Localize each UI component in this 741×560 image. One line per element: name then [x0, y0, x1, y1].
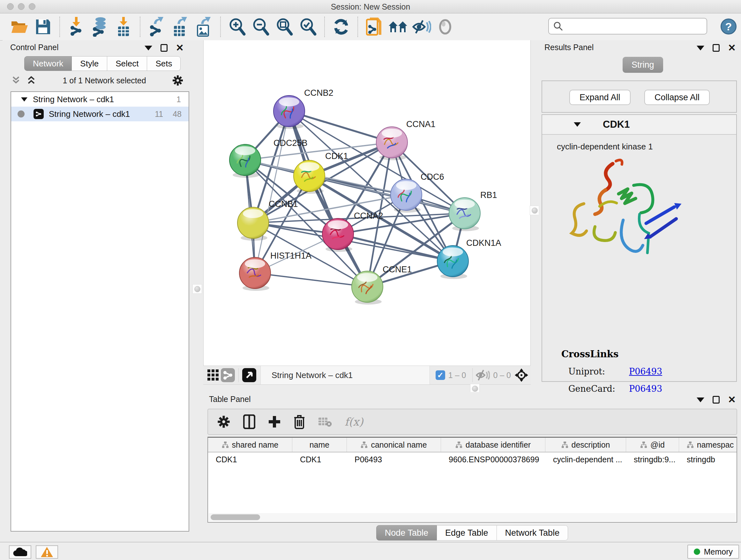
- zoom-in-icon[interactable]: [227, 17, 247, 37]
- refresh-icon[interactable]: [331, 17, 351, 37]
- network-share-icon[interactable]: [220, 368, 235, 382]
- network-collection-row[interactable]: String Network – cdk1 1: [11, 92, 189, 107]
- export-image-icon[interactable]: [194, 17, 214, 37]
- import-table-icon[interactable]: [114, 17, 133, 37]
- selected-checkbox-icon[interactable]: ✓: [435, 370, 445, 380]
- panel-close-icon[interactable]: ✕: [728, 396, 736, 403]
- share-network-file-icon[interactable]: [364, 17, 384, 37]
- open-session-icon[interactable]: [10, 17, 29, 37]
- warnings-button[interactable]: [36, 545, 58, 559]
- network-edge[interactable]: [255, 111, 289, 273]
- network-node-cdkn1a[interactable]: CDKN1A: [437, 238, 501, 279]
- import-network-database-icon[interactable]: [90, 17, 110, 37]
- tab-style[interactable]: Style: [72, 56, 107, 71]
- crosslink-row: Uniprot:P06493: [568, 367, 734, 376]
- column-header-database-identifier[interactable]: database identifier: [441, 438, 545, 452]
- network-node-hist1h1a[interactable]: HIST1H1A: [239, 251, 312, 291]
- panel-close-icon[interactable]: ✕: [728, 44, 736, 52]
- network-node-ccnb1[interactable]: CCNB1: [238, 199, 298, 241]
- network-node-rb1[interactable]: RB1: [449, 190, 497, 231]
- splitter-collapse-handle[interactable]: [192, 284, 202, 294]
- tab-edge-table[interactable]: Edge Table: [437, 525, 497, 541]
- tab-select[interactable]: Select: [107, 56, 147, 71]
- panel-float-icon[interactable]: [160, 44, 167, 52]
- panel-menu-icon[interactable]: [145, 46, 152, 51]
- table-row[interactable]: CDK1CDK1P064939606.ENSP00000378699cyclin…: [208, 452, 737, 466]
- collection-expand-icon[interactable]: [20, 96, 28, 103]
- panel-menu-icon[interactable]: [697, 397, 704, 402]
- collapse-all-icon[interactable]: [10, 76, 21, 85]
- string-network-graph[interactable]: CCNB2CCNA1CDC25BCDK1CDC6RB1CCNB1CCNA2CDK…: [204, 40, 530, 365]
- protein-structure-image: [562, 154, 690, 278]
- table-cell[interactable]: CDK1: [208, 455, 292, 464]
- network-node-ccna1[interactable]: CCNA1: [376, 119, 435, 160]
- column-header-shared-name[interactable]: shared name: [208, 438, 292, 452]
- splitter-collapse-handle[interactable]: [530, 206, 539, 215]
- expand-all-icon[interactable]: [26, 76, 37, 85]
- tab-node-table[interactable]: Node Table: [376, 525, 437, 541]
- detach-view-icon[interactable]: [242, 368, 257, 382]
- birds-eye-view-icon[interactable]: [206, 368, 220, 382]
- column-label: database identifier: [466, 440, 531, 449]
- network-node-ccne1[interactable]: CCNE1: [352, 265, 412, 305]
- eye-icon[interactable]: [435, 17, 455, 37]
- add-column-plus-icon[interactable]: [268, 415, 281, 428]
- network-canvas[interactable]: CCNB2CCNA1CDC25BCDK1CDC6RB1CCNB1CCNA2CDK…: [203, 40, 531, 366]
- cloud-status-button[interactable]: [9, 545, 31, 559]
- search-input[interactable]: [563, 22, 706, 30]
- network-edge[interactable]: [255, 273, 367, 287]
- panel-close-icon[interactable]: ✕: [176, 44, 184, 52]
- network-edge[interactable]: [338, 234, 453, 261]
- node-section-header[interactable]: CDK1: [542, 115, 736, 135]
- tab-network-table[interactable]: Network Table: [497, 525, 568, 541]
- fit-selected-crosshair-icon[interactable]: [514, 368, 529, 382]
- import-network-file-icon[interactable]: [66, 17, 86, 37]
- table-settings-gear-icon[interactable]: [217, 415, 230, 428]
- table-cell[interactable]: 9606.ENSP00000378699: [441, 455, 545, 464]
- column-header-name[interactable]: name: [292, 438, 347, 452]
- help-button[interactable]: ?: [721, 18, 737, 35]
- expand-all-button[interactable]: Expand All: [569, 90, 630, 105]
- delete-column-trash-icon[interactable]: [293, 415, 305, 429]
- network-node-ccnb2[interactable]: CCNB2: [273, 88, 333, 129]
- crosslink-link[interactable]: P06493: [629, 367, 662, 376]
- zoom-selected-icon[interactable]: [298, 17, 318, 37]
- network-edge[interactable]: [289, 111, 392, 142]
- table-cell[interactable]: stringdb:9...: [626, 455, 679, 464]
- export-table-icon[interactable]: [171, 17, 190, 37]
- tab-network[interactable]: Network: [24, 56, 72, 71]
- column-header--id[interactable]: @id: [626, 438, 679, 452]
- panel-menu-icon[interactable]: [697, 46, 704, 51]
- memory-button[interactable]: Memory: [687, 545, 739, 559]
- column-header-description[interactable]: description: [545, 438, 626, 452]
- results-panel: Results Panel ✕ String Expand All Collap…: [539, 40, 741, 390]
- tab-string[interactable]: String: [623, 57, 663, 73]
- delete-table-icon: [318, 416, 332, 427]
- zoom-fit-icon[interactable]: [274, 17, 294, 37]
- houses-icon[interactable]: [388, 17, 408, 37]
- section-collapse-icon[interactable]: [573, 121, 582, 128]
- scrollbar-thumb[interactable]: [211, 514, 260, 520]
- table-cell[interactable]: cyclin-dependent ...: [545, 455, 626, 464]
- tab-sets[interactable]: Sets: [147, 56, 181, 71]
- column-header-canonical-name[interactable]: canonical name: [347, 438, 441, 452]
- collapse-all-button[interactable]: Collapse All: [644, 90, 710, 105]
- zoom-out-icon[interactable]: [251, 17, 271, 37]
- node-label: CCNB2: [304, 88, 333, 98]
- vertical-splitter-left[interactable]: [192, 40, 203, 390]
- panel-float-icon[interactable]: [713, 396, 720, 403]
- table-cell[interactable]: stringdb: [679, 455, 737, 464]
- hide-unhide-eye-icon[interactable]: [412, 17, 431, 37]
- gear-icon[interactable]: [172, 75, 184, 86]
- show-columns-icon[interactable]: [243, 415, 255, 429]
- table-hscrollbar[interactable]: [209, 513, 736, 521]
- panel-float-icon[interactable]: [713, 44, 720, 52]
- column-label: namespac: [697, 440, 734, 449]
- save-session-icon[interactable]: [33, 17, 53, 37]
- table-cell[interactable]: P06493: [347, 455, 441, 464]
- vertical-splitter-right[interactable]: [531, 40, 539, 390]
- network-row[interactable]: String Network – cdk1 11 48: [11, 107, 189, 121]
- table-cell[interactable]: CDK1: [292, 455, 347, 464]
- export-network-icon[interactable]: [147, 17, 166, 37]
- column-header-namespac[interactable]: namespac: [679, 438, 737, 452]
